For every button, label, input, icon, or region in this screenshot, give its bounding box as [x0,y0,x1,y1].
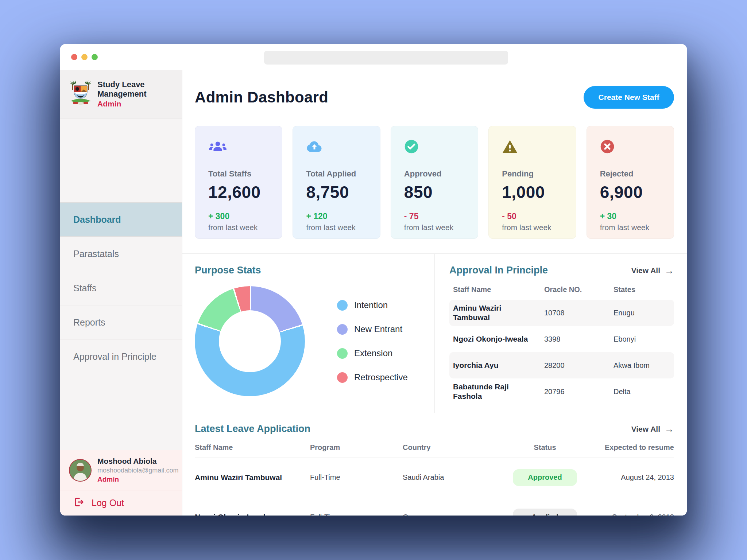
profile-name: Moshood Abiola [97,457,178,466]
app-window: Study Leave Management Admin Dashboard P… [60,44,687,516]
stat-card-approved: Approved 850 - 75 from last week [391,126,478,239]
stat-value: 6,900 [600,182,666,202]
col-status: Status [505,443,585,452]
latest-leave-table: Staff Name Program Country Status Expect… [195,443,674,516]
stat-card-total-applied: Total Applied 8,750 + 120 from last week [293,126,380,239]
stat-note: from last week [600,223,666,232]
sidebar-item-approval-in-principle[interactable]: Approval in Principle [60,339,182,374]
profile-email: moshoodabiola@gmail.com [97,467,178,474]
stat-label: Pending [502,169,568,179]
stat-note: from last week [404,223,471,232]
page-title: Admin Dashboard [195,89,328,106]
stat-note: from last week [502,223,568,232]
stat-delta: - 75 [404,211,471,221]
col-states: States [614,285,674,294]
stat-cards: Total Staffs 12,600 + 300 from last week… [195,126,674,239]
table-row: Aminu Waziri Tambuwal Full-Time Saudi Ar… [195,458,674,497]
legend-item-extension: Extension [337,348,408,359]
create-new-staff-button[interactable]: Create New Staff [584,86,674,109]
maximize-window-button[interactable] [92,54,98,60]
status-badge: Approved [513,469,577,486]
stat-delta: - 50 [502,211,568,221]
stat-value: 12,600 [208,182,275,202]
latest-leave-view-all-link[interactable]: View All → [631,424,674,434]
legend-dot-extension [337,348,348,359]
latest-leave-section: Latest Leave Application View All → Staf… [195,413,674,516]
stat-card-total-staffs: Total Staffs 12,600 + 300 from last week [195,126,282,239]
col-staff-name: Staff Name [195,443,310,452]
table-row: Aminu Waziri Tambuwal 10708 Enugu [449,300,674,326]
sidebar-item-parastatals[interactable]: Parastatals [60,237,182,271]
col-program: Program [310,443,403,452]
approval-in-principle-panel: Approval In Principle View All → Staff N… [435,254,674,413]
stat-value: 850 [404,182,471,202]
purpose-stats-panel: Purpose Stats Intention New Entrant [195,254,435,413]
col-expected-to-resume: Expected to resume [585,443,674,452]
logout-button[interactable]: Log Out [60,490,182,516]
stat-delta: + 120 [306,211,372,221]
main-content: Admin Dashboard Create New Staff [182,70,687,516]
approval-table: Staff Name Oracle NO. States Aminu Wazir… [449,283,674,405]
window-titlebar [60,44,687,70]
legend-dot-new-entrant [337,324,348,335]
stat-delta: + 300 [208,211,275,221]
purpose-donut-chart [195,286,305,396]
approval-view-all-link[interactable]: View All → [631,266,674,275]
legend-dot-intention [337,300,348,311]
stat-label: Rejected [600,169,666,179]
avatar [69,459,92,482]
approval-in-principle-title: Approval In Principle [449,265,548,276]
legend-dot-retrospective [337,372,348,383]
purpose-stats-title: Purpose Stats [195,265,420,276]
sidebar-spacer [60,118,182,202]
warning-triangle-icon [502,139,568,155]
table-row: Ngozi Okonjo-Iweala Full-Time Greece App… [195,497,674,516]
stat-value: 8,750 [306,182,372,202]
brand-title-line1: Study Leave [97,80,146,89]
logout-label: Log Out [92,498,124,508]
profile-card[interactable]: Moshood Abiola moshoodabiola@gmail.com A… [60,450,182,490]
status-badge: Applied [513,509,577,516]
stat-value: 1,000 [502,182,568,202]
legend-item-new-entrant: New Entrant [337,324,408,335]
brand-title-line2: Management [97,89,146,99]
stat-card-rejected: Rejected 6,900 + 30 from last week [587,126,674,239]
sidebar-item-dashboard[interactable]: Dashboard [60,202,182,237]
legend-item-retrospective: Retrospective [337,372,408,383]
col-staff-name: Staff Name [453,285,544,294]
arrow-right-icon: → [665,424,674,434]
chart-legend: Intention New Entrant Extension [337,300,408,383]
arrow-right-icon: → [665,266,674,275]
minimize-window-button[interactable] [81,54,88,60]
stat-card-pending: Pending 1,000 - 50 from last week [488,126,576,239]
close-window-button[interactable] [71,54,77,60]
people-group-icon [208,139,275,155]
table-row: Iyorchia Ayu 28200 Akwa Ibom [449,352,674,378]
sidebar-item-staffs[interactable]: Staffs [60,271,182,305]
table-row: Ngozi Okonjo-Iweala 3398 Ebonyi [449,326,674,352]
legend-item-intention: Intention [337,300,408,311]
cloud-upload-icon [306,139,372,155]
stat-note: from last week [306,223,372,232]
check-circle-icon [404,139,471,155]
stat-label: Approved [404,169,471,179]
sidebar-fill [60,374,182,450]
col-country: Country [403,443,505,452]
table-row: Babatunde Raji Fashola 20796 Delta [449,378,674,405]
col-oracle-no: Oracle NO. [544,285,614,294]
x-circle-icon [600,139,666,155]
stat-note: from last week [208,223,275,232]
brand-subtitle: Admin [97,100,146,108]
stat-label: Total Applied [306,169,372,179]
sidebar: Study Leave Management Admin Dashboard P… [60,70,182,516]
sidebar-item-reports[interactable]: Reports [60,305,182,339]
address-bar[interactable] [264,51,508,65]
brand-logo [69,81,92,108]
logout-icon [73,497,84,510]
profile-role: Admin [97,475,178,483]
stat-label: Total Staffs [208,169,275,179]
brand: Study Leave Management Admin [60,70,182,118]
stat-delta: + 30 [600,211,666,221]
latest-leave-title: Latest Leave Application [195,423,310,435]
